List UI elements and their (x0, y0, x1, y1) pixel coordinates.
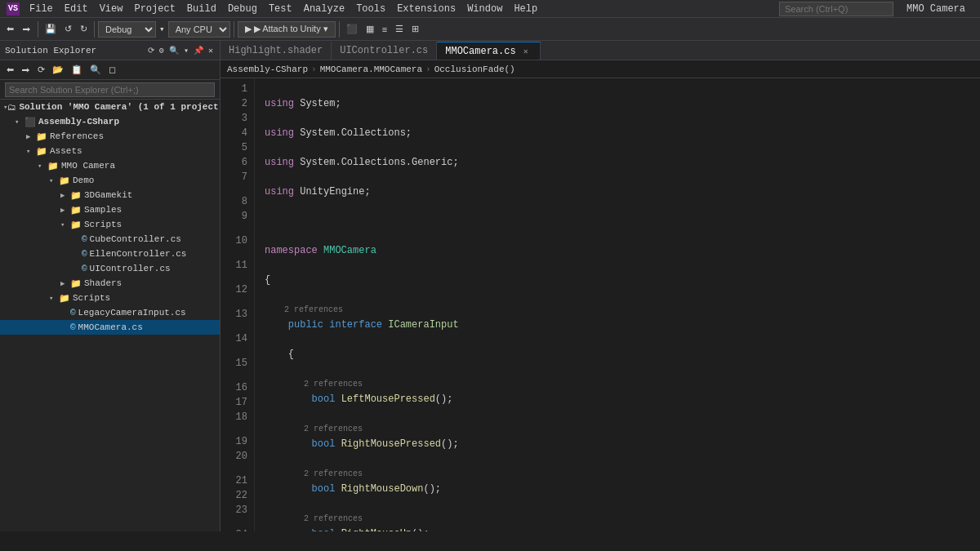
toolbar-extra-2[interactable]: ▦ (363, 22, 377, 36)
menu-test[interactable]: Test (264, 2, 297, 16)
expand-arrow: ▶ (60, 191, 70, 200)
menu-tools[interactable]: Tools (351, 2, 390, 16)
tab-uicontroller[interactable]: UIController.cs (332, 42, 437, 60)
se-controls: ⟳ ⚙ 🔍 ▾ 📌 ✕ (146, 45, 215, 56)
tree-ellencontroller[interactable]: © EllenController.cs (0, 247, 220, 261)
tree-cubecontroller[interactable]: © CubeController.cs (0, 232, 220, 247)
se-sync-btn[interactable]: ⟳ (146, 45, 156, 56)
tab-mmocamera[interactable]: MMOCamera.cs ✕ (437, 42, 540, 60)
ellencontroller-label: EllenController.cs (90, 249, 187, 259)
sep-text: ▾ (159, 24, 165, 34)
tree-3dgamekit[interactable]: ▶ 📁 3DGamekit (0, 188, 220, 202)
menu-window[interactable]: Window (462, 2, 507, 16)
forward-btn[interactable]: ⮕ (19, 23, 34, 36)
toolbar-extra-1[interactable]: ⬛ (343, 22, 361, 36)
tree-assembly-csharp[interactable]: ▾ ⬛ Assembly-CSharp (0, 114, 220, 129)
breadcrumb-method: OcclusionFade() (434, 64, 515, 74)
samples-label: Samples (84, 205, 122, 215)
solution-icon: 🗂 (7, 102, 16, 113)
menu-build[interactable]: Build (182, 2, 221, 16)
expand-arrow: ▾ (49, 294, 59, 303)
scripts-mmo-label: Scripts (73, 293, 110, 303)
se-pin-btn[interactable]: 📌 (192, 45, 205, 56)
mmo-camera-icon: 📁 (47, 161, 59, 171)
tab-label: UIController.cs (340, 45, 428, 56)
toolbar-extra-4[interactable]: ☰ (392, 22, 407, 36)
save-btn[interactable]: 💾 (42, 22, 60, 36)
attach-to-unity-btn[interactable]: ▶ ▶ Attach to Unity ▾ (238, 21, 336, 38)
se-close-btn[interactable]: ✕ (207, 45, 215, 56)
samples-icon: 📁 (70, 205, 82, 216)
se-toolbar-btn4[interactable]: 📂 (49, 63, 67, 77)
expand-arrow: ▶ (60, 206, 70, 215)
tree-shaders[interactable]: ▶ 📁 Shaders (0, 276, 220, 291)
mmocamera-file-label: MMOCamera.cs (78, 322, 143, 332)
global-search-input[interactable] (779, 2, 893, 16)
main-layout: Solution Explorer ⟳ ⚙ 🔍 ▾ 📌 ✕ ⬅ ⮕ ⟳ 📂 📋 … (0, 41, 980, 531)
tree-samples[interactable]: ▶ 📁 Samples (0, 202, 220, 217)
tree-scripts-demo[interactable]: ▾ 📁 Scripts (0, 217, 220, 232)
breadcrumb-bar: Assembly-CSharp › MMOCamera.MMOCamera › … (220, 60, 980, 78)
3dgamekit-label: 3DGamekit (84, 190, 132, 200)
tab-label: MMOCamera.cs (445, 46, 515, 57)
se-toolbar-btn1[interactable]: ⬅ (3, 63, 17, 77)
main-toolbar: ⬅ ⮕ 💾 ↺ ↻ Debug Release ▾ Any CPU ▶ ▶ At… (0, 18, 980, 41)
toolbar-extra-3[interactable]: ≡ (379, 23, 390, 36)
se-search-input[interactable] (5, 82, 215, 97)
tree-assets[interactable]: ▾ 📁 Assets (0, 144, 220, 158)
debug-config-dropdown[interactable]: Debug Release (98, 21, 156, 38)
menu-debug[interactable]: Debug (223, 2, 262, 16)
demo-icon: 📁 (59, 176, 70, 186)
se-toolbar-btn5[interactable]: 📋 (68, 63, 86, 77)
shaders-icon: 📁 (70, 278, 82, 289)
se-collapse-btn[interactable]: ▾ (182, 45, 190, 56)
menu-project[interactable]: Project (129, 2, 180, 16)
se-toolbar-btn6[interactable]: 🔍 (87, 63, 105, 77)
3dgamekit-icon: 📁 (70, 190, 82, 201)
se-toolbar-btn3[interactable]: ⟳ (34, 63, 48, 77)
editor-area: Highlight.shader UIController.cs MMOCame… (220, 41, 980, 531)
cpu-dropdown[interactable]: Any CPU (168, 21, 230, 38)
menu-analyze[interactable]: Analyze (299, 2, 350, 16)
tree-mmo-camera[interactable]: ▾ 📁 MMO Camera (0, 158, 220, 173)
menu-file[interactable]: File (24, 2, 58, 16)
back-btn[interactable]: ⬅ (3, 22, 17, 36)
se-props-btn[interactable]: ⚙ (158, 45, 166, 56)
title-bar: VS File Edit View Project Build Debug Te… (0, 0, 980, 18)
cs-icon: © (82, 234, 87, 244)
tree-solution[interactable]: ▾ 🗂 Solution 'MMO Camera' (1 of 1 projec… (0, 100, 220, 114)
cubecontroller-label: CubeController.cs (90, 234, 181, 244)
tree-mmocamera-file[interactable]: © MMOCamera.cs (0, 320, 220, 335)
cs-icon: © (82, 264, 87, 273)
tree-demo[interactable]: ▾ 📁 Demo (0, 173, 220, 188)
assets-label: Assets (50, 146, 82, 156)
menu-help[interactable]: Help (509, 2, 542, 16)
menu-edit[interactable]: Edit (60, 2, 93, 16)
tab-highlight-shader[interactable]: Highlight.shader (220, 42, 332, 60)
project-icon: ⬛ (24, 117, 36, 127)
undo-btn[interactable]: ↺ (61, 22, 75, 36)
menu-extensions[interactable]: Extensions (392, 2, 461, 16)
toolbar-extra-5[interactable]: ⊞ (408, 22, 422, 36)
redo-btn[interactable]: ↻ (77, 22, 91, 36)
breadcrumb-class: MMOCamera.MMOCamera (320, 64, 422, 74)
se-toolbar-btn2[interactable]: ⮕ (18, 64, 33, 77)
tree-legacycamera[interactable]: © LegacyCameraInput.cs (0, 305, 220, 320)
tree-uicontroller[interactable]: © UIController.cs (0, 261, 220, 276)
sep4 (339, 21, 340, 38)
menu-view[interactable]: View (95, 2, 128, 16)
se-tree: ▾ 🗂 Solution 'MMO Camera' (1 of 1 projec… (0, 100, 220, 531)
se-toolbar-btn7[interactable]: ◻ (105, 63, 119, 77)
expand-arrow: ▾ (38, 162, 47, 171)
code-content[interactable]: using System; using System.Collections; … (255, 78, 980, 531)
tab-close-btn[interactable]: ✕ (520, 46, 532, 57)
tab-bar: Highlight.shader UIController.cs MMOCame… (220, 41, 980, 60)
se-filter-btn[interactable]: 🔍 (167, 45, 180, 56)
tree-references[interactable]: ▶ 📁 References (0, 129, 220, 144)
tree-scripts-mmo[interactable]: ▾ 📁 Scripts (0, 291, 220, 305)
legacycamera-label: LegacyCameraInput.cs (78, 308, 186, 318)
bc-sep2: › (425, 64, 431, 74)
scripts-demo-label: Scripts (84, 220, 122, 229)
sep1 (38, 21, 38, 38)
shaders-label: Shaders (84, 278, 122, 288)
